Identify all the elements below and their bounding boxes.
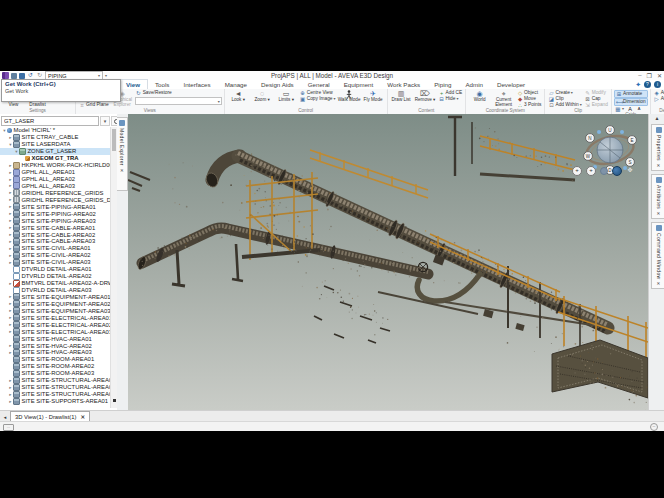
- close-icon[interactable]: ✕: [120, 168, 124, 173]
- ribbon-button-aids[interactable]: ▷Aids▾: [653, 96, 664, 102]
- zoom-out-button[interactable]: +: [586, 166, 596, 176]
- tab-work-packs[interactable]: Work Packs: [380, 80, 427, 89]
- tree-item-model-hcirl[interactable]: ▾Model 'HCIRL' *: [0, 127, 110, 134]
- tree-item-site-site-piping-area03[interactable]: ▸SITE SITE-PIPING-AREA03: [0, 217, 110, 224]
- ribbon-button-annotate[interactable]: ⊞Annotate: [614, 90, 648, 98]
- orbit-dot-button[interactable]: [600, 167, 608, 175]
- zoom-in-button[interactable]: +: [572, 166, 582, 176]
- tree-item-site-ctray-cable[interactable]: ▸SITE CTRAY_CABLE: [0, 134, 110, 141]
- tree-item-dtvrld-detail-area01[interactable]: DTVRLD DETAIL-AREA01: [0, 266, 110, 273]
- tree-item-xgeom-gt-tra[interactable]: XGEOM GT_TRA: [0, 155, 110, 162]
- tab-piping[interactable]: Piping: [427, 80, 458, 89]
- point-cloud-canvas[interactable]: [128, 114, 648, 410]
- tab-command-window[interactable]: Command Window✕: [651, 222, 664, 289]
- compass-button-w[interactable]: W: [584, 152, 593, 161]
- ribbon-button-current-element[interactable]: ⌖Current Element: [492, 90, 515, 108]
- tree-item-dtvrld-detail-area03[interactable]: DTVRLD DETAIL-AREA03: [0, 287, 110, 294]
- tree-item-site-site-structural-area02[interactable]: ▸SITE SITE-STRUCTURAL-AREA02: [0, 384, 110, 391]
- tree-item-gphl-all-area03[interactable]: ▸GPHL ALL_AREA03: [0, 183, 110, 190]
- close-icon[interactable]: ✕: [657, 211, 661, 216]
- tab-properties[interactable]: Properties✕: [651, 124, 664, 171]
- tree-item-site-site-cable-area03[interactable]: ▸SITE SITE-CABLE-AREA03: [0, 238, 110, 245]
- tree-item-site-site-room-area01[interactable]: SITE SITE-ROOM-AREA01: [0, 356, 110, 363]
- tree-scrollbar-thumb[interactable]: [112, 129, 116, 151]
- tree-item-site-laserdata[interactable]: ▾SITE LASERDATA: [0, 141, 110, 148]
- info-icon[interactable]: i: [654, 81, 661, 88]
- dock-scroll-up-icon[interactable]: ▲: [649, 114, 664, 122]
- tab-general[interactable]: General: [301, 80, 337, 89]
- tree-item-site-site-room-area03[interactable]: SITE SITE-ROOM-AREA03: [0, 370, 110, 377]
- search-dropdown-button[interactable]: ▾: [100, 116, 110, 126]
- close-button[interactable]: ✕: [657, 72, 662, 79]
- tree-item-site-site-piping-area01[interactable]: ▸SITE SITE-PIPING-AREA01: [0, 203, 110, 210]
- tab-model-explorer[interactable]: Model Explorer ✕: [117, 117, 128, 191]
- ribbon-button-dimension[interactable]: ⟷Dimension: [614, 98, 648, 106]
- tree-item-site-site-equipment-area02[interactable]: ▸SITE SITE-EQUIPMENT-AREA02: [0, 300, 110, 307]
- close-icon[interactable]: ✕: [657, 281, 661, 286]
- tree-item-site-site-hvac-area02[interactable]: ▸SITE SITE-HVAC-AREA02: [0, 342, 110, 349]
- pan-hand-icon[interactable]: ✥: [626, 167, 634, 175]
- command-prompt-icon[interactable]: ...: [3, 424, 14, 431]
- compass-button-e[interactable]: E: [628, 136, 637, 145]
- tree-item-site-site-cable-area01[interactable]: ▸SITE SITE-CABLE-AREA01: [0, 224, 110, 231]
- tree-item-site-site-supports-area01[interactable]: ▸SITE SITE-SUPPORTS-AREA01: [0, 398, 110, 405]
- style-diamond-icon[interactable]: ✦: [635, 80, 641, 89]
- tab-developer[interactable]: Developer: [490, 80, 532, 89]
- search-input[interactable]: [1, 116, 99, 126]
- tree-item-site-site-cable-area02[interactable]: ▸SITE SITE-CABLE-AREA02: [0, 231, 110, 238]
- view-tab-close-icon[interactable]: ✕: [80, 414, 85, 420]
- close-icon[interactable]: ✕: [657, 163, 661, 168]
- tree-item-site-site-electrical-area03[interactable]: ▸SITE SITE-ELECTRICAL-AREA03: [0, 328, 110, 335]
- compass-button-u[interactable]: U: [606, 126, 615, 135]
- tree-item-gridhl-reference-grids-detail[interactable]: ▸GRIDHL REFERENCE_GRIDS_DETAIL: [0, 196, 110, 203]
- tree-item-site-site-hvac-area03[interactable]: ▸SITE SITE-HVAC-AREA03: [0, 349, 110, 356]
- viewport-3d[interactable]: UNWSED + + ✥: [128, 114, 648, 410]
- tree-item-bmtvrl-detail-area02-a-drwg[interactable]: ▸BMTVRL DETAIL-AREA02-A-DRWG: [0, 280, 110, 287]
- tab-manage[interactable]: Manage: [218, 80, 254, 89]
- tree-item-zone-gt-laser[interactable]: ▾ZONE GT_LASER: [0, 148, 110, 155]
- ribbon-button-save-restore[interactable]: ↻Save/Restore: [135, 90, 222, 96]
- ribbon-button-fly-mode[interactable]: ✈Fly Mode: [362, 90, 385, 103]
- ribbon-button-zoom[interactable]: ◌Zoom ▾: [251, 90, 274, 103]
- tree-item-site-site-civil-area01[interactable]: ▸SITE SITE-CIVIL-AREA01: [0, 245, 110, 252]
- tree-item-gphl-all-area01[interactable]: ▸GPHL ALL_AREA01: [0, 169, 110, 176]
- tab-design-aids[interactable]: Design Aids: [254, 80, 301, 89]
- tree-item-site-site-piping-area02[interactable]: ▸SITE SITE-PIPING-AREA02: [0, 210, 110, 217]
- tree-item-site-site-equipment-area01[interactable]: ▸SITE SITE-EQUIPMENT-AREA01: [0, 294, 110, 301]
- ribbon-button-world[interactable]: ◉World: [468, 90, 491, 103]
- tree-scrollbar[interactable]: [110, 127, 117, 408]
- tab-admin[interactable]: Admin: [458, 80, 490, 89]
- tab-attributes[interactable]: Attributes✕: [651, 174, 664, 219]
- ribbon-button-hide[interactable]: ⊟Hide▾: [438, 96, 464, 102]
- tree-item-site-site-electrical-area02[interactable]: ▸SITE SITE-ELECTRICAL-AREA02: [0, 321, 110, 328]
- tree-item-hkpkhl-work-pack-hcirld001[interactable]: ▸HKPKHL WORK-PACK-HCIRLD001: [0, 162, 110, 169]
- status-circle-icon[interactable]: –: [650, 423, 658, 431]
- ribbon-button-draw-list[interactable]: ▥Draw List: [390, 90, 413, 103]
- tab-interfaces[interactable]: Interfaces: [176, 80, 217, 89]
- tab-tools[interactable]: Tools: [148, 80, 176, 89]
- compass-button-n[interactable]: N: [586, 134, 595, 143]
- help-icon[interactable]: ?: [644, 81, 651, 88]
- tree-item-site-site-room-area02[interactable]: SITE SITE-ROOM-AREA02: [0, 363, 110, 370]
- tree-item-site-site-electrical-area01[interactable]: ▸SITE SITE-ELECTRICAL-AREA01: [0, 314, 110, 321]
- tree-item-site-site-civil-area03[interactable]: ▸SITE SITE-CIVIL-AREA03: [0, 259, 110, 266]
- globe-button[interactable]: [612, 166, 622, 176]
- tree-item-site-site-structural-area03[interactable]: ▸SITE SITE-STRUCTURAL-AREA03: [0, 391, 110, 398]
- tree-item-site-site-civil-area02[interactable]: ▸SITE SITE-CIVIL-AREA02: [0, 252, 110, 259]
- ribbon-button-look[interactable]: ◄Look ▾: [227, 90, 250, 103]
- save-restore-combobox[interactable]: ▾: [135, 97, 222, 105]
- tree-item-dtvrld-detail-area02[interactable]: DTVRLD DETAIL-AREA02: [0, 273, 110, 280]
- tree-item-site-site-hvac-area01[interactable]: SITE SITE-HVAC-AREA01: [0, 335, 110, 342]
- tab-equipment[interactable]: Equipment: [337, 80, 381, 89]
- ribbon-button-limits[interactable]: ▭Limits ▾: [275, 90, 298, 103]
- tree-item-site-site-structural-area01[interactable]: ▸SITE SITE-STRUCTURAL-AREA01: [0, 377, 110, 384]
- restore-button[interactable]: ❐: [647, 72, 652, 79]
- tree-item-site-site-equipment-area03[interactable]: ▸SITE SITE-EQUIPMENT-AREA03: [0, 307, 110, 314]
- minimize-button[interactable]: –: [638, 72, 641, 79]
- tree-item-gphl-all-area02[interactable]: ▸GPHL ALL_AREA02: [0, 176, 110, 183]
- tree-item-gridhl-reference-grids[interactable]: ▸GRIDHL REFERENCE_GRIDS: [0, 189, 110, 196]
- ribbon-button-walk-mode[interactable]: Walk Mode: [338, 90, 361, 103]
- ribbon-button-remove[interactable]: ⌦Remove ▾: [414, 90, 437, 103]
- ribbon-button-copy-image[interactable]: ▣Copy Image▾: [299, 96, 337, 102]
- svg-text:N: N: [588, 136, 591, 141]
